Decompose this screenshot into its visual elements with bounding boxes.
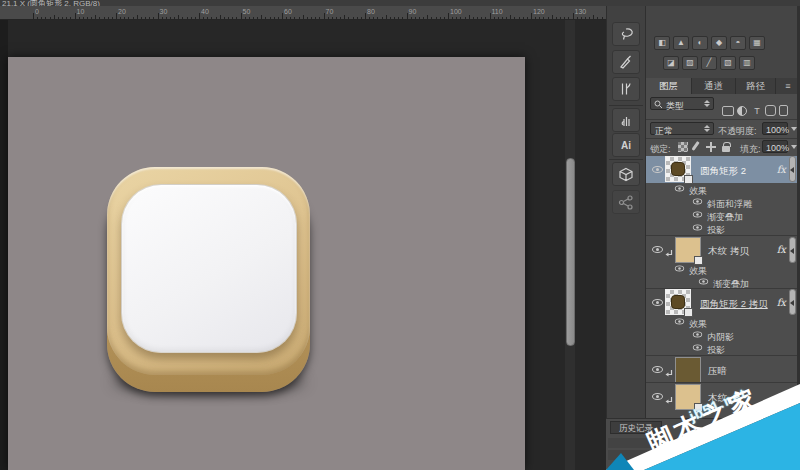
tab-channels[interactable]: 通道 [692,78,736,94]
layer-thumbnail[interactable] [675,384,701,410]
blend-mode-value: 正常 [655,125,673,138]
layer-row-darken[interactable]: 压暗 [646,356,800,383]
lock-paint-icon[interactable] [691,141,699,151]
filter-type-layers-icon[interactable]: T [751,105,763,117]
tab-paths[interactable]: 路径 [736,78,776,94]
lock-all-icon[interactable] [722,146,730,152]
filter-shape-layers-icon[interactable] [765,105,776,116]
panel-dock: Ai [606,6,646,418]
visibility-eye-icon[interactable] [652,393,663,400]
blend-mode-select[interactable]: 正常 [650,122,714,135]
adjustment-icon-8[interactable]: ▨ [682,56,698,70]
layer-style-badge [694,403,703,412]
filter-kind-label: 类型 [666,100,684,113]
adjustment-icon-6[interactable]: ▦ [749,36,765,50]
ai-smart-object-panel-icon[interactable]: Ai [612,133,640,157]
canvas-vscrollbar-thumb[interactable] [566,158,575,346]
layer-row-wood-copy[interactable]: 木纹 拷贝 fx [646,236,800,263]
effect-row[interactable]: 斜面和浮雕 [646,196,800,209]
visibility-eye-icon[interactable] [699,279,708,285]
filter-smart-objects-icon[interactable] [779,105,788,116]
fill-label: 填充: [740,143,761,156]
tab-history[interactable]: 历史记录 [610,421,662,434]
adjustment-icon-7[interactable]: ◪ [663,56,679,70]
adjustment-icon-10[interactable]: ▧ [720,56,736,70]
filter-adjustment-layers-icon[interactable] [737,106,747,116]
layer-row-rounded-rect-2[interactable]: 圆角矩形 2 fx [646,156,800,183]
visibility-eye-icon[interactable] [693,345,702,351]
adjustment-icon-4[interactable]: ◆ [711,36,727,50]
share-panel-icon[interactable] [612,190,640,214]
effects-header-row[interactable]: 效果 [646,183,800,196]
fx-badge: fx [777,297,786,308]
adjustment-icon-3[interactable]: ◐ [692,36,708,50]
ruler-number: 130 [575,8,587,15]
visibility-eye-icon[interactable] [693,225,702,231]
ruler-number: 120 [533,8,545,15]
filter-kind-dropdown[interactable]: 类型 [650,97,714,110]
collapse-effects-button[interactable] [789,237,796,263]
visibility-eye-icon[interactable] [652,166,663,173]
fx-badge: fx [777,244,786,255]
horizontal-ruler: 0102030405060708090100110120130 [0,6,606,20]
visibility-eye-icon[interactable] [675,319,684,325]
effect-row[interactable]: 投影 [646,342,800,355]
layer-row-rounded-rect-2-copy[interactable]: 圆角矩形 2 拷贝 fx [646,289,800,316]
clipping-mask-arrow-icon [665,365,674,374]
fill-field[interactable]: 100% [762,140,788,153]
effect-row[interactable]: 投影 [646,222,800,235]
visibility-eye-icon[interactable] [652,366,663,373]
adjustment-icon-1[interactable]: ◧ [654,36,670,50]
adjustment-icon-2[interactable]: ▲ [673,36,689,50]
ruler-number: 100 [450,8,462,15]
history-state-row[interactable] [608,438,678,448]
tab-layers[interactable]: 图层 [646,78,692,94]
adjustment-icon-9[interactable]: ╱ [701,56,717,70]
effects-header-row[interactable]: 效果 [646,316,800,329]
updown-arrows-icon [704,125,711,132]
visibility-eye-icon[interactable] [693,212,702,218]
collapse-effects-button[interactable] [789,289,796,315]
effect-row[interactable]: 内阴影 [646,329,800,342]
document-title: 21.1 X (圆角矩形 2, RGB/8) [2,0,100,6]
opacity-label: 不透明度: [718,125,757,138]
visibility-eye-icon[interactable] [693,199,702,205]
pasteboard-left-edge [0,20,8,470]
cube-3d-panel-icon[interactable] [612,162,640,186]
layer-thumbnail[interactable] [665,289,691,315]
adjustment-icon-5[interactable]: ◓ [730,36,746,50]
layer-thumbnail[interactable] [665,156,691,182]
history-state-row[interactable] [608,450,664,460]
icon-white-inset [121,184,297,353]
ruler-number: 50 [243,8,251,15]
lock-position-icon[interactable] [706,142,716,152]
effects-header-row[interactable]: 效果 [646,263,800,276]
ruler-number: 20 [118,8,126,15]
brush-panel-icon[interactable] [612,50,640,74]
visibility-eye-icon[interactable] [652,299,663,306]
ruler-number: 0 [35,8,39,15]
adjustment-icon-11[interactable]: ▥ [739,56,755,70]
layer-thumbnail[interactable] [675,237,701,263]
opacity-field[interactable]: 100% [762,122,788,135]
collapse-effects-button[interactable] [789,156,796,182]
tool-presets-panel-icon[interactable] [612,77,640,101]
filter-pixel-layers-icon[interactable] [722,106,734,116]
layer-row-wood[interactable]: 木纹 [646,383,800,410]
ruler-number: 60 [284,8,292,15]
visibility-eye-icon[interactable] [693,332,702,338]
clipping-mask-arrow-icon [665,245,674,254]
layer-thumbnail[interactable] [675,357,701,383]
clipping-mask-arrow-icon [665,392,674,401]
fx-badge: fx [777,164,786,175]
visibility-eye-icon[interactable] [675,186,684,192]
ruler-number: 10 [77,8,85,15]
visibility-eye-icon[interactable] [675,266,684,272]
lock-transparency-icon[interactable] [678,142,688,152]
lock-label: 锁定: [650,143,671,156]
hand-panel-icon[interactable] [612,108,640,132]
effect-row[interactable]: 渐变叠加 [646,209,800,222]
lasso-panel-icon[interactable] [612,22,640,46]
visibility-eye-icon[interactable] [652,246,663,253]
dock-separator [609,105,643,106]
